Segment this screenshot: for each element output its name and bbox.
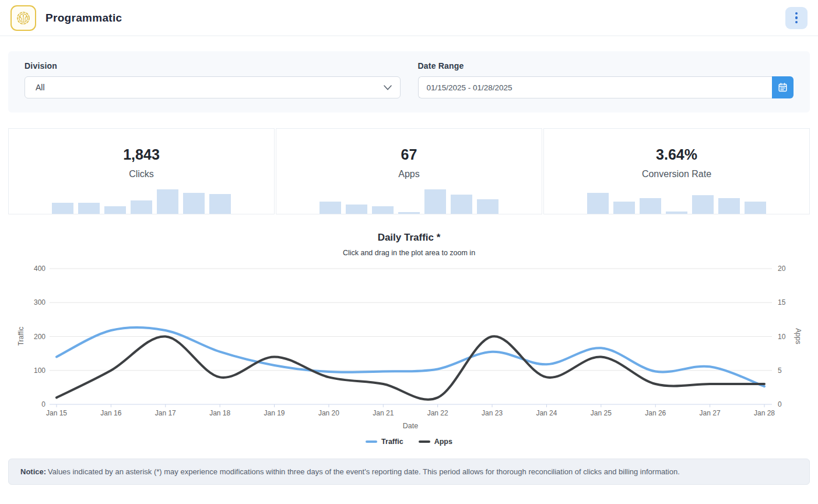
kpi-value: 67 — [401, 146, 417, 163]
app-logo — [10, 5, 36, 31]
spark-bar — [477, 199, 498, 214]
x-tick-label: Jan 16 — [100, 409, 121, 417]
x-tick-label: Jan 24 — [536, 409, 557, 417]
spark-bar — [587, 193, 609, 214]
kpi-label: Clicks — [129, 169, 154, 179]
y-left-tick-label: 200 — [34, 333, 45, 341]
kpi-value: 1,843 — [123, 146, 160, 163]
y-right-tick-label: 15 — [778, 298, 786, 306]
kpi-card-conversion-rate: 3.64% Conversion Rate — [543, 128, 810, 214]
kpi-sparkline — [587, 188, 766, 214]
date-range-input[interactable] — [418, 76, 773, 98]
date-range-label: Date Range — [418, 61, 794, 71]
spark-bar — [398, 212, 420, 214]
y-left-axis-title: Traffic — [17, 327, 25, 346]
y-right-tick-label: 20 — [778, 265, 786, 273]
daily-traffic-chart-plot-area[interactable]: 010020030040005101520Jan 15Jan 16Jan 17J… — [0, 260, 818, 435]
filter-panel: Division All Date Range — [8, 51, 810, 112]
daily-traffic-section: Daily Traffic * Click and drag in the pl… — [0, 232, 818, 446]
x-tick-label: Jan 23 — [482, 409, 503, 417]
x-axis-title: Date — [403, 422, 418, 430]
spark-bar — [424, 189, 446, 214]
calendar-icon — [778, 83, 787, 92]
kebab-menu-button[interactable] — [785, 7, 808, 29]
spark-bar — [209, 194, 231, 214]
y-right-tick-label: 0 — [778, 400, 782, 408]
spark-bar — [372, 206, 394, 214]
apps-series-swatch — [419, 440, 430, 443]
kpi-card-apps: 67 Apps — [276, 128, 542, 214]
y-left-tick-label: 0 — [41, 400, 45, 408]
division-selected-value: All — [36, 83, 384, 92]
x-tick-label: Jan 17 — [155, 409, 176, 417]
traffic-series-swatch — [366, 440, 377, 443]
calendar-button[interactable] — [772, 76, 794, 98]
kebab-dot — [795, 12, 798, 15]
y-left-tick-label: 400 — [34, 265, 45, 273]
notice-text: Values indicated by an asterisk (*) may … — [48, 467, 680, 476]
kpi-card-clicks: 1,843 Clicks — [8, 128, 275, 214]
legend-item-traffic[interactable]: Traffic — [366, 438, 403, 446]
notice-label: Notice: — [20, 467, 46, 476]
spark-bar — [718, 198, 740, 214]
x-tick-label: Jan 27 — [700, 409, 721, 417]
kpi-label: Conversion Rate — [642, 169, 711, 179]
spark-bar — [346, 205, 367, 214]
spark-bar — [745, 202, 766, 214]
app-header: Programmatic — [0, 0, 818, 36]
kpi-sparkline — [52, 188, 231, 214]
x-tick-label: Jan 22 — [427, 409, 448, 417]
chart-legend: Traffic Apps — [0, 438, 818, 446]
spark-bar — [183, 193, 205, 214]
chart-title: Daily Traffic * — [0, 232, 818, 244]
x-tick-label: Jan 19 — [264, 409, 285, 417]
y-right-tick-label: 5 — [778, 366, 782, 375]
chart-subtitle: Click and drag in the plot area to zoom … — [0, 249, 818, 257]
spark-bar — [320, 202, 341, 214]
spark-bar — [104, 206, 126, 214]
chevron-down-icon — [384, 85, 392, 90]
x-tick-label: Jan 28 — [754, 409, 775, 417]
x-tick-label: Jan 20 — [318, 409, 339, 417]
legend-item-apps[interactable]: Apps — [419, 438, 452, 446]
kpi-sparkline — [320, 188, 498, 214]
series-line-apps — [57, 336, 764, 400]
spark-bar — [692, 195, 714, 214]
y-right-axis-title: Apps — [794, 328, 802, 344]
spark-bar — [613, 202, 635, 214]
spark-bar — [52, 203, 73, 214]
x-tick-label: Jan 15 — [46, 409, 67, 417]
kpi-label: Apps — [398, 169, 419, 179]
spark-bar — [78, 203, 100, 214]
kpi-row: 1,843 Clicks 67 Apps 3.64% Conversion Ra… — [8, 128, 810, 214]
spark-bar — [131, 200, 152, 214]
spark-bar — [640, 198, 661, 214]
y-left-tick-label: 100 — [34, 366, 45, 375]
gear-circuit-icon — [15, 9, 32, 27]
division-label: Division — [24, 61, 401, 71]
notice-banner: Notice:Values indicated by an asterisk (… — [8, 459, 810, 485]
y-right-tick-label: 10 — [778, 333, 786, 341]
spark-bar — [451, 195, 472, 214]
spark-bar — [666, 212, 687, 214]
x-tick-label: Jan 26 — [645, 409, 666, 417]
spark-bar — [157, 189, 178, 214]
x-tick-label: Jan 21 — [373, 409, 394, 417]
division-select[interactable]: All — [24, 76, 401, 98]
page-title: Programmatic — [45, 12, 122, 24]
kpi-value: 3.64% — [656, 146, 697, 163]
x-tick-label: Jan 18 — [209, 409, 230, 417]
x-tick-label: Jan 25 — [591, 409, 612, 417]
y-left-tick-label: 300 — [34, 298, 45, 306]
